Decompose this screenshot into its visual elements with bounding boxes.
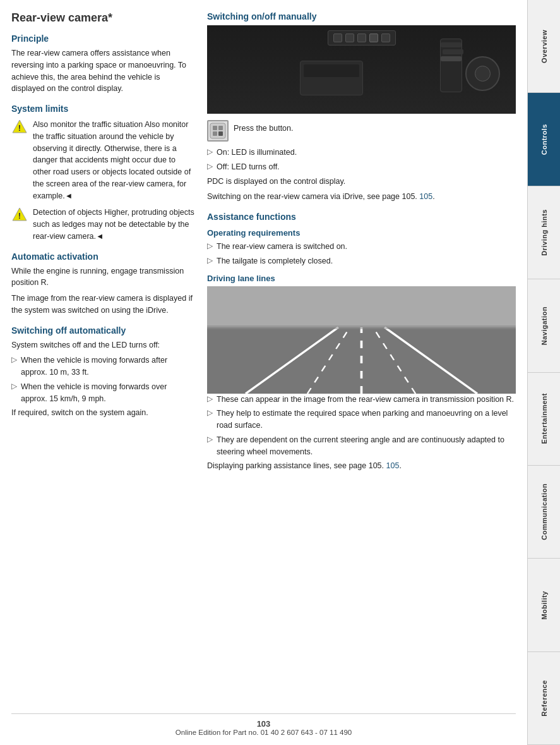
switching-off-body1: System switches off and the LED turns of… <box>11 339 194 351</box>
warning-block-1: ! Also monitor the traffic situation Als… <box>11 119 194 202</box>
op-req-bullet-2: ▷ The tailgate is completely closed. <box>207 255 516 267</box>
op-req-bullet-1: ▷ The rear-view camera is switched on. <box>207 241 516 253</box>
warning-icon-1: ! <box>11 119 28 135</box>
off-led-bullet: ▷ Off: LED turns off. <box>207 161 516 173</box>
sidebar-item-entertainment[interactable]: Entertainment <box>528 373 560 466</box>
section-principle-title: Principle <box>11 33 194 44</box>
sidebar-item-reference[interactable]: Reference <box>528 652 560 745</box>
svg-rect-9 <box>207 286 516 327</box>
auto-activation-body1: While the engine is running, engage tran… <box>11 265 194 289</box>
bullet-arrow-lane1: ▷ <box>207 394 213 403</box>
svg-rect-8 <box>218 131 223 136</box>
left-column: Rear-view camera* Principle The rear-vie… <box>11 11 194 708</box>
svg-rect-6 <box>218 126 223 130</box>
off-led-text: Off: LED turns off. <box>217 161 280 173</box>
sidebar-label-overview: Overview <box>540 30 548 63</box>
sidebar-item-overview[interactable]: Overview <box>528 0 560 93</box>
svg-text:!: ! <box>18 211 21 221</box>
bullet-arrow-icon-2: ▷ <box>11 382 17 391</box>
on-led-bullet: ▷ On: LED is illuminated. <box>207 147 516 159</box>
idrive-switch-body: Switching on the rear-view camera via iD… <box>207 191 516 203</box>
lane-text-3: They are dependent on the current steeri… <box>217 434 516 458</box>
sidebar-item-mobility[interactable]: Mobility <box>528 559 560 651</box>
main-content: Rear-view camera* Principle The rear-vie… <box>0 0 527 745</box>
camera-image <box>207 25 516 114</box>
svg-rect-4 <box>210 123 225 138</box>
sidebar-label-driving-hints: Driving hints <box>540 209 548 256</box>
sidebar-item-controls[interactable]: Controls <box>528 93 560 186</box>
footer-text: Online Edition for Part no. 01 40 2 607 … <box>176 729 352 736</box>
bullet-arrow-op2: ▷ <box>207 256 213 265</box>
sidebar-item-driving-hints[interactable]: Driving hints <box>528 186 560 279</box>
lane-svg <box>207 286 516 394</box>
section-switching-off-title: Switching off automatically <box>11 325 194 336</box>
op-req-text-1: The rear-view camera is switched on. <box>217 241 347 253</box>
sidebar-label-communication: Communication <box>540 483 548 540</box>
bullet-arrow-off: ▷ <box>207 162 213 171</box>
switching-off-bullet-2: ▷ When the vehicle is moving forwards ov… <box>11 381 194 405</box>
sidebar-label-entertainment: Entertainment <box>540 393 548 444</box>
page-footer: 103 Online Edition for Part no. 01 40 2 … <box>11 713 516 739</box>
press-button-text: Press the button. <box>234 119 294 135</box>
press-button-icon <box>207 120 229 142</box>
lane-image <box>207 286 516 394</box>
section-assistance-title: Assistance functions <box>207 212 516 222</box>
warning-icon-2: ! <box>11 207 28 223</box>
press-button-block: Press the button. <box>207 119 516 142</box>
lane-bullet-1: ▷ These can appear in the image from the… <box>207 394 516 406</box>
principle-body: The rear-view camera offers assistance w… <box>11 47 194 95</box>
sidebar-label-mobility: Mobility <box>540 591 548 620</box>
pdc-body: PDC is displayed on the control display. <box>207 176 516 188</box>
page-number: 103 <box>257 719 271 729</box>
bullet-arrow-op1: ▷ <box>207 241 213 250</box>
section-auto-activation-title: Automatic activation <box>11 251 194 262</box>
warning-block-2: ! Detection of objects Higher, protrudin… <box>11 207 194 242</box>
bullet-arrow-on: ▷ <box>207 147 213 156</box>
switching-off-bullet-text-2: When the vehicle is moving forwards over… <box>21 381 194 405</box>
section-system-limits-title: System limits <box>11 104 194 114</box>
svg-text:!: ! <box>18 123 21 133</box>
bullet-arrow-lane2: ▷ <box>207 408 213 417</box>
lane-bullet-3: ▷ They are dependent on the current stee… <box>207 434 516 458</box>
switching-off-body2: If required, switch on the system again. <box>11 407 194 419</box>
bullet-arrow-lane3: ▷ <box>207 435 213 444</box>
page-title: Rear-view camera* <box>11 11 194 25</box>
on-led-text: On: LED is illuminated. <box>217 147 297 159</box>
warning-text-2: Detection of objects Higher, protruding … <box>33 207 194 242</box>
svg-rect-5 <box>213 126 217 130</box>
svg-rect-7 <box>213 131 217 136</box>
sidebar-item-navigation[interactable]: Navigation <box>528 279 560 372</box>
sidebar-label-reference: Reference <box>540 680 548 717</box>
bullet-arrow-icon: ▷ <box>11 355 17 364</box>
sidebar-label-navigation: Navigation <box>540 306 548 345</box>
subsection-operating-req-title: Operating requirements <box>207 228 516 238</box>
parking-assist-body: Displaying parking assistance lines, see… <box>207 460 516 472</box>
lane-text-1: These can appear in the image from the r… <box>217 394 514 406</box>
lane-bullet-2: ▷ They help to estimate the required spa… <box>207 408 516 432</box>
sidebar-label-controls: Controls <box>540 124 548 155</box>
lane-text-2: They help to estimate the required space… <box>217 408 516 432</box>
auto-activation-body2: The image from the rear-view camera is d… <box>11 293 194 317</box>
svg-rect-17 <box>207 325 516 329</box>
section-switching-on-off-title: Switching on/off manually <box>207 11 516 21</box>
op-req-text-2: The tailgate is completely closed. <box>217 255 333 267</box>
sidebar: Overview Controls Driving hints Navigati… <box>527 0 560 745</box>
switching-off-bullet-1: ▷ When the vehicle is moving forwards af… <box>11 354 194 379</box>
warning-text-1: Also monitor the traffic situation Also … <box>33 119 194 202</box>
subsection-lane-lines-title: Driving lane lines <box>207 274 516 283</box>
switching-off-bullet-text-1: When the vehicle is moving forwards afte… <box>21 354 194 379</box>
sidebar-item-communication[interactable]: Communication <box>528 466 560 559</box>
right-column: Switching on/off manually <box>207 11 516 708</box>
